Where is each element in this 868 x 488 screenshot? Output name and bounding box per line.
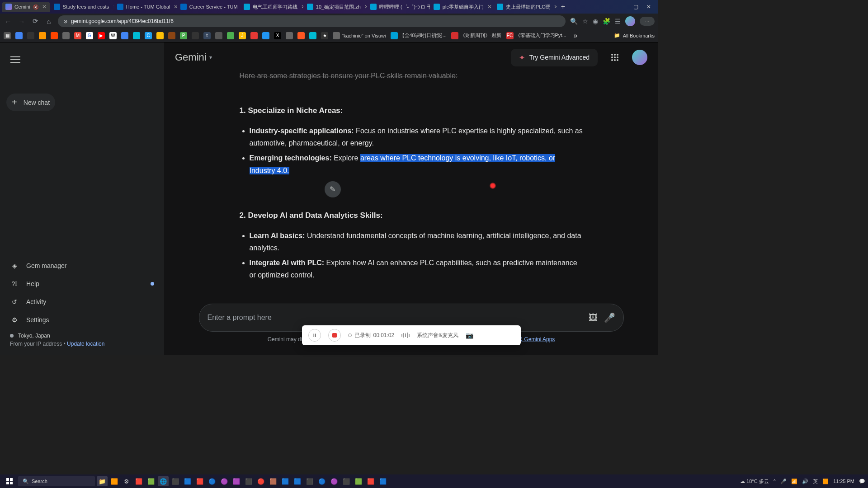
chrome-promo[interactable]: ··· — [640, 17, 655, 26]
minimize-recorder-button[interactable]: — — [481, 332, 487, 339]
bookmark-icon[interactable] — [297, 32, 305, 39]
account-avatar[interactable] — [632, 50, 647, 65]
back-button[interactable]: ← — [4, 18, 13, 25]
new-tab-button[interactable]: + — [557, 3, 570, 11]
bookmark-icon[interactable] — [262, 32, 269, 39]
svg-point-9 — [611, 59, 613, 61]
plus-icon: + — [12, 97, 17, 108]
new-chat-button[interactable]: + New chat — [6, 94, 55, 111]
edit-selection-button[interactable]: ✎ — [325, 181, 341, 197]
screen-recorder-overlay[interactable]: ⏸ 已录制 00:01:02 系统声音&麦克风 📷 — — [302, 325, 521, 345]
bookmark-icon[interactable]: W — [109, 32, 117, 39]
url-input[interactable]: ⊙ gemini.google.com/app/4f394ec016bd11f6 — [58, 15, 566, 27]
pause-recording-button[interactable]: ⏸ — [308, 329, 321, 342]
menu-button[interactable] — [6, 51, 24, 69]
bookmark-icon[interactable]: J — [239, 32, 246, 39]
bookmark-item[interactable]: 《财新周刊》-财新 — [451, 32, 502, 39]
bookmark-icon[interactable]: C — [145, 32, 152, 39]
favicon — [434, 4, 440, 10]
section-heading: 2. Develop AI and Data Analytics Skills: — [240, 209, 583, 222]
bookmark-icon[interactable] — [250, 32, 258, 39]
bookmark-icon[interactable] — [309, 32, 316, 39]
all-bookmarks[interactable]: All Bookmarks — [623, 33, 655, 38]
bookmark-icon[interactable] — [62, 32, 70, 39]
bookmark-item[interactable]: FC《零基础入门学习Pyt... — [506, 32, 566, 39]
tab[interactable]: 哔哩哔哩 (゜-゜)つロ 干✕ — [367, 2, 430, 12]
try-advanced-button[interactable]: ✦ Try Gemini Advanced — [511, 49, 598, 66]
close-icon[interactable]: ✕ — [487, 4, 492, 10]
sidebar-item-gem-manager[interactable]: ◈ Gem manager — [6, 257, 158, 275]
bullet-strong: Integrate AI with PLC: — [250, 259, 325, 267]
reload-button[interactable]: ⟳ — [31, 17, 40, 25]
svg-rect-0 — [10, 56, 20, 57]
profile-avatar[interactable] — [625, 16, 635, 26]
svg-rect-2 — [10, 62, 20, 63]
bookmark-icon[interactable]: t — [203, 32, 211, 39]
status-label: 已录制 — [354, 332, 371, 339]
bookmark-icon[interactable]: M — [74, 32, 81, 39]
sidebar-item-help[interactable]: ?⃝ Help — [6, 275, 158, 293]
bookmark-item[interactable]: 【全48课时|日初级]... — [391, 32, 447, 39]
star-icon[interactable]: ☆ — [582, 18, 588, 25]
forward-button[interactable]: → — [17, 18, 26, 25]
close-icon[interactable]: ✕ — [42, 4, 47, 10]
screenshot-button[interactable]: 📷 — [466, 332, 473, 339]
list-item: Learn AI basics: Understand fundamental … — [250, 230, 583, 254]
bookmark-overflow[interactable]: » — [574, 32, 578, 40]
favicon — [180, 4, 187, 10]
bookmark-icon[interactable]: P — [180, 32, 187, 39]
bookmark-icon[interactable] — [15, 32, 23, 39]
bookmark-icon[interactable] — [227, 32, 234, 39]
tab[interactable]: Study fees and costs✕ — [50, 2, 113, 12]
tab-label: Study fees and costs — [63, 4, 109, 9]
bookmark-icon[interactable] — [39, 32, 46, 39]
bookmark-icon[interactable] — [133, 32, 140, 39]
bookmark-icon[interactable]: X — [274, 32, 281, 39]
bookmark-icon[interactable]: ▶ — [98, 32, 105, 39]
mute-icon[interactable]: 🔇 — [33, 5, 38, 9]
bookmark-icon[interactable]: ▦ — [4, 32, 11, 39]
bookmark-icon[interactable] — [27, 32, 34, 39]
bookmark-icon[interactable] — [121, 32, 128, 39]
favicon — [370, 4, 377, 10]
extension-icon[interactable]: ◉ — [593, 18, 598, 25]
bookmark-icon[interactable] — [156, 32, 164, 39]
bookmark-icon[interactable] — [51, 32, 58, 39]
close-window-button[interactable]: ✕ — [646, 4, 651, 10]
bookmark-icon[interactable] — [168, 32, 175, 39]
google-apps-button[interactable] — [606, 48, 624, 66]
puzzle-icon[interactable]: 🧩 — [603, 18, 610, 25]
tab[interactable]: 10_确定项目范围.zh✕ — [303, 2, 367, 12]
close-icon[interactable]: ✕ — [174, 4, 176, 10]
update-location-link[interactable]: Update location — [67, 341, 104, 347]
tab[interactable]: Home - TUM Global✕ — [113, 2, 177, 12]
tab-gemini[interactable]: Gemini 🔇 ✕ — [2, 2, 50, 12]
browser-chrome: Gemini 🔇 ✕ Study fees and costs✕ Home - … — [0, 0, 658, 42]
minimize-button[interactable]: — — [620, 4, 625, 10]
bookmark-item[interactable]: "kachinic" on Visuwi — [333, 32, 386, 39]
stop-recording-button[interactable] — [328, 329, 341, 342]
sidebar-item-activity[interactable]: ↺ Activity — [6, 293, 158, 311]
bookmark-icon[interactable]: ★ — [321, 32, 328, 39]
maximize-button[interactable]: ▢ — [633, 4, 638, 10]
zoom-icon[interactable]: 🔍 — [570, 18, 578, 25]
tab[interactable]: 史上最详细的PLC硬✕ — [493, 2, 557, 12]
bookmark-icon[interactable]: G — [86, 32, 93, 39]
list-icon[interactable]: ☰ — [615, 18, 621, 25]
home-button[interactable]: ⌂ — [44, 18, 53, 25]
elapsed-time: 00:01:02 — [373, 332, 395, 338]
tab[interactable]: Career Service - TUM✕ — [177, 2, 240, 12]
sidebar-item-settings[interactable]: ⚙ Settings — [6, 311, 158, 329]
brand-dropdown[interactable]: Gemini ▾ — [175, 52, 212, 63]
image-upload-icon[interactable]: 🖼 — [589, 313, 598, 323]
location-name: Tokyo, Japan — [18, 333, 50, 339]
tab[interactable]: 电气工程师学习路线✕ — [240, 2, 303, 12]
bookmark-icon[interactable] — [215, 32, 222, 39]
tab[interactable]: plc零基础自学入门✕ — [430, 2, 493, 12]
bookmark-icon[interactable] — [192, 32, 199, 39]
bookmark-icon[interactable] — [286, 32, 293, 39]
pause-icon: ⏸ — [312, 333, 317, 338]
location-info: Tokyo, Japan From your IP address • Upda… — [6, 329, 158, 347]
microphone-icon[interactable]: 🎤 — [604, 312, 615, 323]
prompt-input[interactable] — [208, 314, 582, 322]
